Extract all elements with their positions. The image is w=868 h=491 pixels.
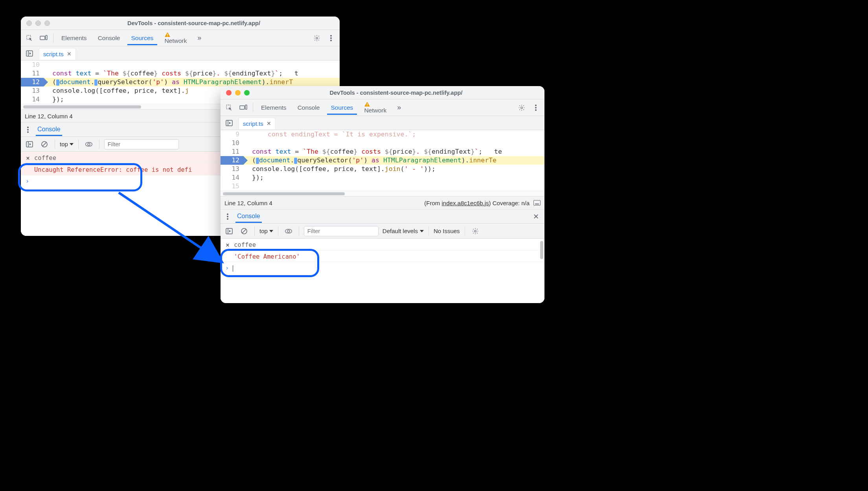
tab-elements[interactable]: Elements: [57, 31, 91, 45]
svg-line-17: [42, 142, 46, 146]
live-expression-icon[interactable]: [83, 139, 94, 150]
tab-console[interactable]: Console: [94, 31, 124, 45]
warning-icon: [364, 101, 386, 107]
svg-rect-1: [40, 36, 45, 40]
minimize-dot[interactable]: [35, 20, 41, 26]
svg-point-7: [330, 37, 332, 39]
drawer-kebab-icon[interactable]: [24, 124, 32, 135]
status-bar: Line 12, Column 4 (From index.a8c1ec6b.j…: [221, 196, 544, 210]
drawer-header: Console ✕: [221, 210, 544, 224]
tab-elements[interactable]: Elements: [257, 100, 291, 115]
svg-point-25: [535, 105, 537, 106]
error-message: Uncaught ReferenceError: coffee is not d…: [34, 166, 192, 174]
device-icon[interactable]: [38, 33, 49, 44]
console-result: 'Coffee Americano': [234, 252, 300, 261]
file-tab-script[interactable]: script.ts ✕: [239, 118, 276, 129]
console-toolbar: top Default levels No Issues: [221, 224, 544, 239]
svg-rect-23: [367, 105, 368, 106]
code-editor[interactable]: 9 const endingText = `It is expensive.`;…: [221, 130, 544, 196]
console-input-echo: coffee: [34, 154, 56, 162]
context-selector[interactable]: top: [259, 228, 273, 234]
svg-point-18: [88, 143, 90, 145]
svg-point-8: [330, 40, 332, 41]
console-output[interactable]: ✕ coffee 'Coffee Americano' ›: [221, 239, 544, 303]
file-tabs: script.ts ✕: [21, 46, 340, 61]
main-toolbar: Elements Console Sources Network »: [221, 99, 544, 116]
console-sidebar-toggle-icon[interactable]: [224, 226, 235, 237]
svg-point-31: [227, 216, 228, 217]
file-tab-script[interactable]: script.ts ✕: [39, 48, 76, 60]
svg-point-37: [287, 230, 290, 232]
tab-network[interactable]: Network: [360, 97, 390, 118]
drawer-kebab-icon[interactable]: [224, 211, 232, 222]
kebab-icon[interactable]: [530, 102, 541, 113]
svg-point-32: [227, 218, 228, 220]
tab-sources[interactable]: Sources: [327, 100, 357, 115]
svg-rect-4: [167, 36, 168, 37]
filter-input[interactable]: [304, 226, 379, 236]
zoom-dot[interactable]: [244, 90, 250, 96]
tab-sources[interactable]: Sources: [127, 31, 158, 45]
inspect-icon[interactable]: [24, 33, 35, 44]
close-icon[interactable]: ✕: [530, 211, 541, 222]
tab-console[interactable]: Console: [294, 100, 324, 115]
settings-icon[interactable]: [311, 33, 322, 44]
navigator-toggle-icon[interactable]: [224, 118, 235, 129]
window-title: DevTools - consistent-source-map-pc.netl…: [253, 90, 539, 96]
close-dot[interactable]: [226, 90, 232, 96]
clear-console-icon[interactable]: [239, 226, 250, 237]
svg-rect-21: [245, 105, 247, 109]
svg-point-38: [474, 230, 476, 232]
live-expression-icon[interactable]: [283, 226, 294, 237]
svg-point-6: [330, 35, 332, 37]
minimize-dot[interactable]: [235, 90, 241, 96]
device-icon[interactable]: [238, 102, 249, 113]
console-prompt[interactable]: ›: [221, 262, 544, 274]
vertical-scrollbar[interactable]: [540, 241, 543, 259]
svg-rect-2: [46, 35, 47, 40]
clear-console-icon[interactable]: [39, 139, 50, 150]
warning-icon: [164, 32, 187, 37]
coverage-indicator-icon[interactable]: [533, 200, 541, 206]
more-tabs-icon[interactable]: »: [194, 33, 205, 44]
inspect-icon[interactable]: [224, 102, 235, 113]
tab-network[interactable]: Network: [160, 28, 191, 48]
svg-rect-22: [367, 103, 368, 105]
file-name: script.ts: [43, 51, 64, 57]
kebab-icon[interactable]: [326, 33, 337, 44]
svg-point-27: [535, 109, 537, 111]
filter-input[interactable]: [104, 139, 179, 149]
svg-point-11: [27, 127, 29, 128]
more-tabs-icon[interactable]: »: [394, 102, 405, 113]
cursor-position: Line 12, Column 4: [25, 113, 73, 120]
log-levels[interactable]: Default levels: [383, 228, 424, 234]
svg-point-5: [316, 37, 318, 39]
cursor-position: Line 12, Column 4: [224, 200, 272, 206]
horizontal-scrollbar[interactable]: [221, 191, 544, 196]
svg-point-24: [521, 107, 523, 108]
settings-icon[interactable]: [516, 102, 527, 113]
svg-rect-20: [240, 106, 245, 109]
console-input-echo: coffee: [234, 241, 256, 249]
svg-point-26: [535, 107, 537, 108]
file-name: script.ts: [243, 120, 263, 127]
source-link[interactable]: index.a8c1ec6b.js: [442, 200, 489, 206]
navigator-toggle-icon[interactable]: [24, 48, 35, 59]
drawer-tab-console[interactable]: Console: [36, 123, 62, 136]
console-settings-icon[interactable]: [470, 226, 481, 237]
close-icon[interactable]: ✕: [67, 51, 72, 57]
issues[interactable]: No Issues: [434, 228, 460, 234]
close-icon[interactable]: ✕: [224, 241, 231, 249]
svg-point-30: [227, 213, 228, 215]
close-icon[interactable]: ✕: [25, 154, 31, 162]
svg-point-12: [27, 129, 29, 131]
zoom-dot[interactable]: [44, 20, 50, 26]
svg-line-36: [242, 229, 246, 233]
traffic-lights: [226, 90, 250, 96]
console-sidebar-toggle-icon[interactable]: [24, 139, 35, 150]
close-icon[interactable]: ✕: [267, 120, 271, 127]
traffic-lights: [26, 20, 50, 26]
close-dot[interactable]: [26, 20, 32, 26]
context-selector[interactable]: top: [60, 141, 74, 147]
drawer-tab-console[interactable]: Console: [235, 210, 262, 223]
